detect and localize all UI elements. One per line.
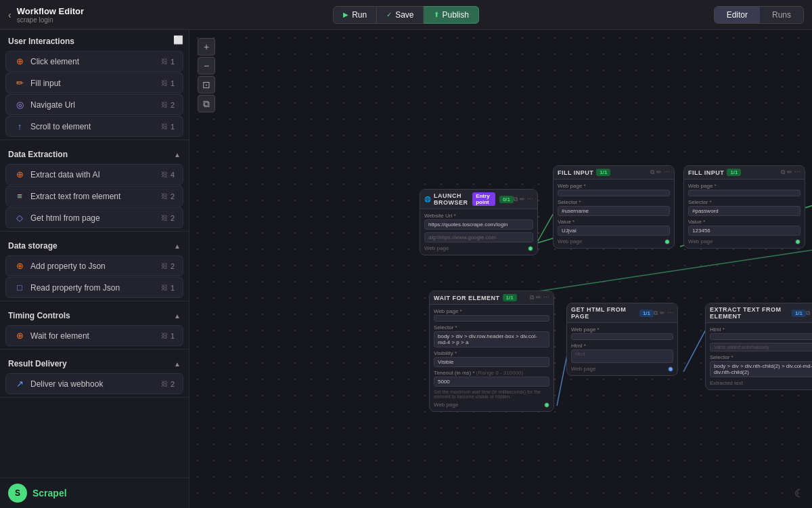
node-launch-browser-header: 🌐 LAUNCH BROWSER Entry point 0/1 ⧉✏⋯ [420,190,537,209]
deliver-webhook-label: Deliver via webhook [30,379,103,389]
node-fill-input-1-body: Web page * Selector * #username Value * … [554,179,674,248]
divider-data-storage [0,301,189,301]
copy-button[interactable]: ⧉ [198,95,215,112]
divider-timing-controls [0,349,189,350]
section-header-data-storage[interactable]: Data storage▲ [0,234,189,255]
back-button[interactable]: ‹ [8,9,12,20]
extract-text-link-icon: ⛓ [161,192,168,200]
add-json-icon: ⊕ [14,261,25,271]
fill-input-icon: ✏ [14,78,25,88]
section-data-storage: Data storage▲ ⊕ Add property to Json ⛓ 2… [0,234,189,301]
node-fill-input-1[interactable]: FILL INPUT 1/1 ⧉✏⋯ Web page * Selector *… [553,165,675,249]
run-label: Run [352,10,367,20]
save-button[interactable]: ✓ Save [377,6,424,24]
run-button[interactable]: ▶ Run [333,6,377,24]
fill-input-1-output [664,239,670,245]
fit-button[interactable]: ⊡ [198,76,215,93]
sidebar-item-deliver-webhook[interactable]: ↗ Deliver via webhook ⛓ 2 [5,373,183,394]
extract-ai-count: 4 [171,171,175,179]
node-get-html-title: GET HTML FROM PAGE [571,306,637,320]
node-get-html-body: Web page * Html * Html Web page [567,323,677,375]
save-icon: ✓ [386,11,392,18]
tab-runs[interactable]: Runs [760,7,803,23]
zoom-in-button[interactable]: + [198,38,215,56]
wait-element-icon: ⊕ [14,331,25,341]
sidebar-item-click-element[interactable]: ⊕ Click element ⛓ 1 [5,51,183,72]
node-launch-browser-count: 0/1 [499,196,514,203]
section-header-data-extraction[interactable]: Data Extraction▲ [0,143,189,163]
sidebar-item-extract-ai[interactable]: ⊕ Extract data with AI ⛓ 4 [5,164,183,185]
fill-input-2-output [795,239,800,245]
extract-text-label: Extract text from element [30,192,120,201]
node-extract-text-header: EXTRACT TEXT FROM ELEMENT 1/1 ⧉✏⋯ [706,303,812,323]
wait-element-count: 1 [171,332,175,340]
sidebar-item-read-json[interactable]: □ Read property from Json ⛓ 1 [5,277,183,298]
run-icon: ▶ [343,11,348,18]
section-user-interactions: User Interactions▲ ⊕ Click element ⛓ 1 ✏… [0,30,189,140]
sidebar-item-scroll-element[interactable]: ↑ Scroll to element ⛓ 1 [5,116,183,137]
canvas[interactable]: + − ⊡ ⧉ 🌐 LAUNC [189,30,812,508]
node-wait-element-title: WAIT FOR ELEMENT [434,295,500,301]
extract-ai-icon: ⊕ [14,169,25,179]
section-header-timing-controls[interactable]: Timing Controls▲ [0,304,189,324]
section-data-extraction: Data Extraction▲ ⊕ Extract data with AI … [0,143,189,232]
deliver-webhook-count: 2 [171,380,175,388]
navigate-url-link-icon: ⛓ [161,101,168,108]
publish-button[interactable]: ⬆ Publish [424,6,479,24]
header-left: ‹ Workflow Editor scrape login [8,6,143,24]
fill-input-count: 1 [171,79,175,87]
node-wait-element[interactable]: WAIT FOR ELEMENT 1/1 ⧉✏⋯ Web page * Sele… [429,291,554,412]
wait-element-link-icon: ⛓ [161,332,168,339]
section-header-result-delivery[interactable]: Result Delivery▲ [0,352,189,373]
click-element-icon: ⊕ [14,56,25,66]
sidebar-item-wait-element[interactable]: ⊕ Wait for element ⛓ 1 [5,325,183,346]
node-extract-text-body: Html * Value added automatically Selecto… [706,323,812,389]
get-html-count: 2 [171,214,175,222]
add-json-count: 2 [171,262,175,270]
add-json-label: Add property to Json [30,261,106,271]
header-center-controls: ▶ Run ✓ Save ⬆ Publish [333,6,479,24]
divider-result-delivery [0,397,189,398]
wait-element-label: Wait for element [30,331,89,341]
node-launch-browser-body: Website Url * https://quotes.toscrape.co… [420,209,537,255]
node-fill-input-2-body: Web page * Selector * #password Value * … [684,179,805,248]
tab-editor[interactable]: Editor [715,7,760,23]
section-timing-controls: Timing Controls▲ ⊕ Wait for element ⛓ 1 [0,304,189,350]
zoom-out-button[interactable]: − [198,57,215,75]
sidebar-toggle[interactable]: ⬜ [173,35,183,45]
read-json-icon: □ [14,282,25,293]
section-header-user-interactions[interactable]: User Interactions▲ [0,30,189,50]
sidebar-bottom: S Scrapel [0,478,189,508]
deliver-webhook-link-icon: ⛓ [161,380,168,387]
launch-browser-output [528,246,533,251]
node-fill-input-2-title: FILL INPUT [688,169,724,176]
get-html-link-icon: ⛓ [161,214,168,221]
sidebar-item-add-json[interactable]: ⊕ Add property to Json ⛓ 2 [5,255,183,276]
extract-ai-link-icon: ⛓ [161,171,168,178]
node-launch-browser[interactable]: 🌐 LAUNCH BROWSER Entry point 0/1 ⧉✏⋯ Web… [420,189,538,255]
divider-user-interactions [0,140,189,140]
theme-toggle[interactable]: ☾ [794,487,804,500]
extract-text-icon: ≡ [14,191,25,201]
sidebar-item-navigate-url[interactable]: ◎ Navigate Url ⛓ 2 [5,94,183,115]
node-launch-browser-badge: Entry point [472,192,495,206]
sidebar-item-extract-text[interactable]: ≡ Extract text from element ⛓ 2 [5,186,183,207]
click-element-count: 1 [171,58,175,66]
node-fill-input-1-title: FILL INPUT [558,169,593,176]
node-extract-text[interactable]: EXTRACT TEXT FROM ELEMENT 1/1 ⧉✏⋯ Html *… [705,303,812,390]
node-extract-text-title: EXTRACT TEXT FROM ELEMENT [710,306,789,320]
node-get-html-header: GET HTML FROM PAGE 1/1 ⧉✏⋯ [567,303,677,323]
scroll-element-icon: ↑ [14,121,25,131]
publish-label: Publish [443,10,469,20]
node-fill-input-2[interactable]: FILL INPUT 1/1 ⧉✏⋯ Web page * Selector *… [683,165,805,249]
publish-icon: ⬆ [434,11,439,18]
connections-svg [189,30,812,508]
main-body: ⬜ User Interactions▲ ⊕ Click element ⛓ 1… [0,30,812,508]
sidebar-item-get-html[interactable]: ◇ Get html from page ⛓ 2 [5,207,183,228]
save-label: Save [395,10,413,20]
navigate-url-icon: ◎ [14,100,25,110]
node-get-html[interactable]: GET HTML FROM PAGE 1/1 ⧉✏⋯ Web page * Ht… [566,303,678,376]
workflow-title: Workflow Editor [17,6,84,16]
get-html-icon: ◇ [14,213,25,223]
sidebar-item-fill-input[interactable]: ✏ Fill input ⛓ 1 [5,72,183,93]
